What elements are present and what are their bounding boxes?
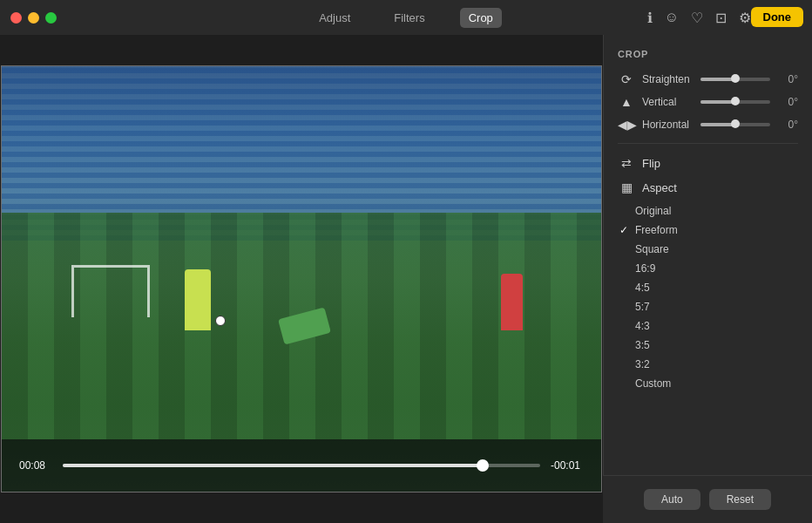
straighten-thumb [731, 74, 740, 83]
aspect-4x5-label: 4:5 [635, 282, 650, 294]
check-16x9 [619, 262, 633, 275]
horizontal-icon: ◀▶ [618, 118, 635, 132]
aspect-3x5-label: 3:5 [635, 339, 650, 351]
check-freeform: ✓ [619, 224, 633, 236]
horizontal-slider[interactable] [700, 123, 770, 126]
flip-row[interactable]: ⇄ Flip [604, 151, 812, 175]
vertical-slider[interactable] [700, 100, 770, 104]
aspect-square-label: Square [635, 243, 669, 255]
titlebar-right-icons: ℹ ☺ ♡ ⊡ ⚙ [647, 10, 751, 26]
minimize-button[interactable] [28, 12, 39, 24]
flip-label: Flip [642, 157, 660, 170]
horizontal-label: Horizontal [642, 119, 694, 131]
soccer-ball [215, 316, 226, 326]
titlebar: Adjust Filters Crop ℹ ☺ ♡ ⊡ ⚙ Done [0, 0, 812, 35]
horizontal-fill [700, 123, 735, 126]
aspect-4x3-label: 4:3 [635, 320, 650, 332]
video-frame [2, 66, 601, 492]
horizontal-row: ◀▶ Horizontal 0° [604, 113, 812, 136]
goal [71, 265, 150, 317]
auto-button[interactable]: Auto [644, 489, 700, 510]
check-5x7 [619, 301, 633, 313]
flip-icon: ⇄ [618, 156, 635, 170]
aspect-option-16x9[interactable]: 16:9 [604, 259, 812, 278]
aspect-label: Aspect [642, 181, 677, 194]
check-4x5 [619, 282, 633, 294]
vertical-label: Vertical [642, 96, 694, 108]
titlebar-tabs: Adjust Filters Crop [310, 8, 502, 28]
horizontal-value: 0° [777, 119, 798, 131]
tab-adjust[interactable]: Adjust [310, 8, 359, 28]
time-start: 00:08 [19, 459, 52, 472]
done-button[interactable]: Done [751, 7, 804, 27]
divider-1 [618, 143, 798, 144]
straighten-fill [700, 78, 735, 81]
player-right [501, 274, 523, 330]
player-yellow [185, 269, 211, 330]
reset-button[interactable]: Reset [709, 489, 771, 510]
window-controls [10, 12, 57, 24]
crop-section-title: CROP [604, 49, 812, 68]
vertical-thumb [731, 97, 740, 105]
check-3x2 [619, 358, 633, 370]
video-container: 00:08 -00:01 [1, 65, 602, 492]
aspect-row[interactable]: ▦ Aspect [604, 175, 812, 200]
horizontal-thumb [731, 119, 740, 128]
vertical-icon: ▲ [618, 95, 635, 109]
aspect-option-square[interactable]: Square [604, 240, 812, 259]
video-controls: 00:08 -00:01 [2, 439, 601, 492]
panel-bottom: Auto Reset [603, 475, 812, 523]
scrubber-fill [63, 464, 483, 467]
info-icon[interactable]: ℹ [647, 10, 653, 26]
aspect-options: Original ✓ Freeform Square 16:9 4:5 5:7 … [604, 200, 812, 395]
check-square [619, 243, 633, 255]
aspect-option-3x2[interactable]: 3:2 [604, 355, 812, 374]
aspect-original-label: Original [635, 205, 671, 217]
maximize-button[interactable] [45, 12, 57, 24]
heart-icon[interactable]: ♡ [691, 10, 703, 26]
scrubber-track[interactable] [63, 464, 540, 467]
aspect-icon: ▦ [618, 180, 635, 194]
smile-icon[interactable]: ☺ [665, 10, 679, 25]
straighten-value: 0° [777, 73, 798, 85]
straighten-icon: ⟳ [618, 72, 635, 86]
aspect-3x2-label: 3:2 [635, 358, 650, 370]
vertical-fill [700, 100, 735, 104]
aspect-option-original[interactable]: Original [604, 201, 812, 221]
aspect-5x7-label: 5:7 [635, 301, 650, 313]
scrubber-thumb[interactable] [477, 459, 489, 472]
check-custom [619, 377, 633, 390]
main-content: 00:08 -00:01 [0, 35, 603, 523]
check-original [619, 205, 633, 217]
aspect-option-freeform[interactable]: ✓ Freeform [604, 221, 812, 240]
right-panel: CROP ⟳ Straighten 0° ▲ Vertical 0° ◀▶ Ho… [603, 35, 812, 523]
check-3x5 [619, 339, 633, 351]
crop-icon[interactable]: ⊡ [715, 10, 727, 26]
tools-icon[interactable]: ⚙ [739, 10, 751, 26]
check-4x3 [619, 320, 633, 332]
straighten-slider[interactable] [700, 78, 770, 81]
vertical-row: ▲ Vertical 0° [604, 91, 812, 113]
aspect-16x9-label: 16:9 [635, 262, 655, 275]
aspect-option-5x7[interactable]: 5:7 [604, 297, 812, 316]
tab-filters[interactable]: Filters [385, 8, 433, 28]
vertical-value: 0° [777, 96, 798, 108]
aspect-custom-label: Custom [635, 377, 671, 390]
time-end: -00:01 [551, 459, 584, 472]
aspect-option-3x5[interactable]: 3:5 [604, 336, 812, 355]
close-button[interactable] [10, 12, 22, 24]
tab-crop[interactable]: Crop [460, 8, 502, 28]
aspect-option-4x5[interactable]: 4:5 [604, 278, 812, 297]
aspect-option-4x3[interactable]: 4:3 [604, 316, 812, 336]
straighten-label: Straighten [642, 73, 694, 85]
straighten-row: ⟳ Straighten 0° [604, 68, 812, 91]
aspect-freeform-label: Freeform [635, 224, 678, 236]
aspect-option-custom[interactable]: Custom [604, 374, 812, 393]
